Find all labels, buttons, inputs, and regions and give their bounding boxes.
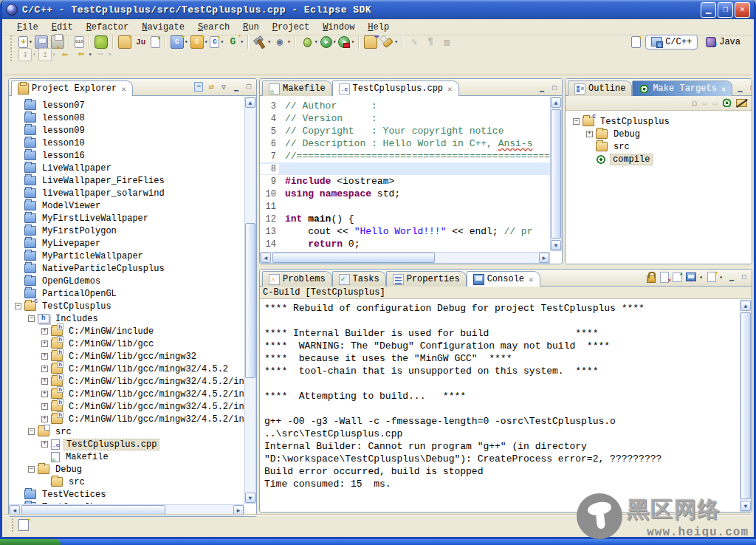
code-line[interactable]: 6// Description : Hello World in C++, An… [260, 137, 550, 150]
tree-item[interactable]: OpenGLdemos [13, 275, 244, 287]
maximize-view-icon[interactable]: □ [748, 84, 752, 92]
code-editor[interactable]: 3// Author :4// Version :5// Copyright :… [260, 97, 550, 251]
tree-item[interactable]: +TestCplusplus.cpp [13, 438, 244, 450]
expand-expander-icon[interactable]: + [41, 378, 48, 385]
display-selected-console-icon[interactable] [686, 272, 696, 281]
close-tab-icon[interactable]: ✕ [447, 84, 453, 94]
open-type-icon[interactable] [118, 35, 131, 49]
tab-problems[interactable]: Problems [262, 271, 332, 287]
scroll-right-icon[interactable]: ► [539, 253, 549, 263]
tree-item[interactable]: lesson10 [13, 137, 244, 149]
android-ddms-icon[interactable] [94, 35, 108, 49]
start-button-edge[interactable] [0, 539, 61, 545]
tab-makefile[interactable]: Makefile [262, 80, 332, 96]
tree-item[interactable]: +C:/MinGW/lib/gcc/mingw32/4.5.2/include/ [13, 413, 244, 425]
tree-item[interactable]: +C:/MinGW/lib/gcc/mingw32 [13, 350, 244, 363]
expand-expander-icon[interactable]: + [41, 403, 48, 410]
tree-item[interactable]: −TestCplusplus [13, 300, 244, 312]
scroll-up-icon[interactable]: ▲ [740, 301, 751, 311]
scroll-right-icon[interactable]: ► [233, 505, 244, 515]
scroll-down-icon[interactable]: ▼ [551, 240, 561, 250]
expand-expander-icon[interactable]: + [41, 353, 48, 360]
scroll-left-icon[interactable]: ◄ [10, 505, 20, 515]
maximize-view-icon[interactable]: □ [740, 273, 749, 281]
close-tab-icon[interactable]: ✕ [721, 84, 726, 94]
menu-refactor[interactable]: Refactor [80, 21, 136, 34]
collapse-expander-icon[interactable]: − [28, 466, 35, 473]
tab-tasks[interactable]: Tasks [332, 271, 386, 287]
new-wizard-dropdown-icon[interactable]: ▾ [29, 38, 32, 45]
expand-expander-icon[interactable]: + [41, 391, 48, 397]
console-output[interactable]: **** Rebuild of configuration Debug for … [260, 300, 740, 512]
scroll-thumb[interactable] [272, 253, 435, 263]
code-line[interactable]: 12int main() { [260, 213, 550, 225]
tree-item[interactable]: −TestCplusplus [571, 115, 752, 128]
run-icon[interactable] [320, 36, 332, 48]
forward-icon[interactable] [94, 48, 107, 61]
tree-item[interactable]: lesson09 [13, 124, 244, 137]
tree-item[interactable]: MyFirstLiveWallpaper [13, 212, 244, 224]
windows-taskbar[interactable] [0, 539, 756, 545]
maximize-view-icon[interactable]: □ [244, 83, 253, 91]
display-console-dropdown-icon[interactable]: ▾ [699, 274, 703, 281]
tree-item[interactable]: livewallpaper_solarwind [13, 187, 244, 199]
title-bar[interactable]: C/C++ - TestCplusplus/src/TestCplusplus.… [2, 0, 754, 19]
tree-item[interactable]: +C:/MinGW/lib/gcc/mingw32/4.5.2/include/ [13, 388, 244, 400]
tree-item[interactable]: lesson08 [13, 112, 244, 124]
debug-dropdown-icon[interactable]: ▾ [315, 38, 318, 45]
tree-item[interactable]: TestOpenGL [13, 501, 244, 504]
code-line[interactable]: 8 [260, 162, 550, 175]
back-icon[interactable] [75, 48, 88, 61]
view-menu-icon[interactable]: ▽ [219, 83, 228, 92]
minimize-view-icon[interactable]: ▁ [727, 272, 736, 281]
scroll-lock-icon[interactable] [645, 271, 656, 283]
scroll-thumb[interactable] [245, 223, 255, 378]
tree-item[interactable]: −Debug [13, 463, 244, 476]
tab-console[interactable]: Console ✕ [467, 271, 540, 287]
debug-icon[interactable] [300, 35, 314, 49]
open-console-dropdown-icon[interactable]: ▾ [719, 274, 723, 281]
tree-item[interactable]: +Debug [571, 128, 752, 140]
home-icon[interactable] [692, 97, 698, 109]
open-console-icon[interactable] [707, 272, 716, 282]
hide-empty-folders-icon[interactable] [736, 99, 747, 107]
code-line[interactable]: 5// Copyright : Your copyright notice [260, 125, 550, 137]
minimize-view-icon[interactable]: ▁ [537, 83, 546, 92]
code-line[interactable]: 9#include <iostream> [260, 175, 550, 188]
scroll-left-icon[interactable]: ◄ [261, 253, 271, 263]
new-from-template-icon[interactable] [226, 35, 239, 49]
external-tools-dropdown-icon[interactable]: ▾ [351, 38, 354, 45]
code-line[interactable]: 4// Version : [260, 112, 550, 125]
refresh-targets-icon[interactable] [722, 98, 732, 108]
open-perspective-icon[interactable] [631, 36, 641, 48]
tab-outline[interactable]: Outline [568, 80, 632, 96]
scroll-down-icon[interactable]: ▼ [245, 493, 255, 503]
tree-item[interactable]: −src [13, 425, 244, 438]
scroll-thumb[interactable] [21, 505, 165, 515]
build-dropdown-icon[interactable]: ▾ [267, 38, 271, 45]
tree-item[interactable]: +C:/MinGW/lib/gcc/mingw32/4.5.2/include/ [13, 400, 244, 413]
scroll-thumb[interactable] [551, 109, 561, 239]
expand-expander-icon[interactable]: + [41, 328, 48, 335]
code-line[interactable]: 3// Author : [260, 100, 550, 112]
menu-search[interactable]: Search [191, 21, 236, 34]
tree-item[interactable]: +C:/MinGW/include [13, 325, 244, 337]
build-icon[interactable] [253, 35, 267, 49]
menu-help[interactable]: Help [361, 21, 396, 34]
tree-item[interactable]: +C:/MinGW/lib/gcc/mingw32/4.5.2 [13, 363, 244, 375]
show-whitespace-icon[interactable] [424, 35, 437, 49]
back-icon[interactable] [701, 97, 707, 109]
tree-item[interactable]: src [13, 476, 244, 488]
close-window-button[interactable]: ✕ [735, 2, 750, 18]
search-icon[interactable] [380, 35, 394, 49]
tree-item[interactable]: −Includes [13, 312, 244, 325]
collapse-expander-icon[interactable]: − [573, 118, 580, 125]
tab-properties[interactable]: Properties [386, 271, 467, 287]
menu-file[interactable]: File [10, 21, 45, 34]
expand-expander-icon[interactable]: + [41, 340, 48, 347]
expand-expander-icon[interactable]: + [41, 366, 48, 372]
editor-hscrollbar[interactable]: ◄ ► [260, 252, 550, 264]
editor-vscrollbar[interactable]: ▲ ▼ [550, 97, 562, 251]
tree-item[interactable]: compile [571, 153, 752, 165]
code-line[interactable]: 13 cout << "Hello World!!!" << endl; // … [260, 225, 550, 238]
